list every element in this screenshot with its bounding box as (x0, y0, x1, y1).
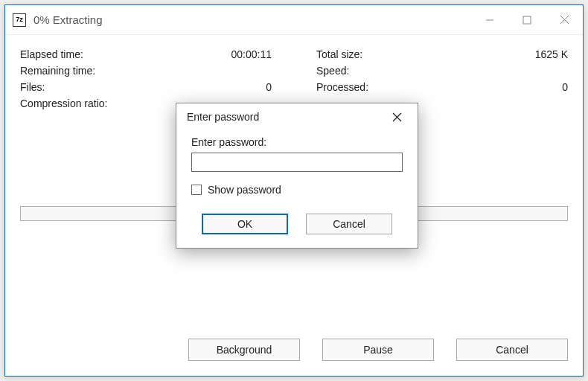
cancel-button[interactable]: Cancel (456, 339, 568, 361)
maximize-button[interactable] (508, 5, 546, 34)
files-label: Files: (20, 81, 212, 93)
app-icon-7z: 7z (13, 13, 26, 27)
svg-rect-7 (523, 16, 531, 24)
dialog-button-row: OK Cancel (191, 214, 403, 234)
dialog-title: Enter password (187, 111, 259, 123)
remaining-time-label: Remaining time: (20, 65, 212, 77)
speed-value (508, 65, 568, 77)
window-controls (471, 5, 583, 34)
stats-grid: Elapsed time: 00:00:11 Remaining time: F… (20, 48, 568, 109)
stats-right-column: Total size: 1625 K Speed: Processed: 0 (316, 48, 568, 109)
total-size-label: Total size: (316, 48, 508, 60)
background-button[interactable]: Background (188, 339, 300, 361)
stat-row: Processed: 0 (316, 81, 568, 93)
show-password-row: Show password (191, 184, 403, 196)
password-field-label: Enter password: (191, 136, 403, 148)
bottom-button-row: Background Pause Cancel (20, 339, 568, 365)
close-button[interactable] (546, 5, 583, 34)
password-dialog: Enter password Enter password: Show pass… (176, 103, 418, 249)
processed-value: 0 (508, 81, 568, 93)
elapsed-time-label: Elapsed time: (20, 48, 212, 60)
dialog-cancel-button[interactable]: Cancel (306, 214, 392, 234)
pause-button[interactable]: Pause (322, 339, 434, 361)
stat-row: Elapsed time: 00:00:11 (20, 48, 272, 60)
dialog-body: Enter password: Show password OK Cancel (176, 130, 418, 248)
stat-row: Remaining time: (20, 65, 272, 77)
stat-row: Files: 0 (20, 81, 272, 93)
stat-row: Speed: (316, 65, 568, 77)
speed-label: Speed: (316, 65, 508, 77)
ok-button[interactable]: OK (202, 214, 288, 234)
files-value: 0 (212, 81, 272, 93)
minimize-button[interactable] (471, 5, 508, 34)
show-password-label: Show password (208, 184, 281, 196)
processed-label: Processed: (316, 81, 508, 93)
total-size-value: 1625 K (508, 48, 568, 60)
stats-left-column: Elapsed time: 00:00:11 Remaining time: F… (20, 48, 272, 109)
password-input[interactable] (191, 153, 403, 172)
titlebar: 7z 0% Extracting (5, 5, 583, 35)
elapsed-time-value: 00:00:11 (212, 48, 272, 60)
window-title: 0% Extracting (33, 13, 103, 26)
dialog-titlebar: Enter password (176, 103, 418, 130)
stat-row: Total size: 1625 K (316, 48, 568, 60)
dialog-close-button[interactable] (383, 103, 410, 130)
show-password-checkbox[interactable] (191, 185, 202, 195)
remaining-time-value (212, 65, 272, 77)
